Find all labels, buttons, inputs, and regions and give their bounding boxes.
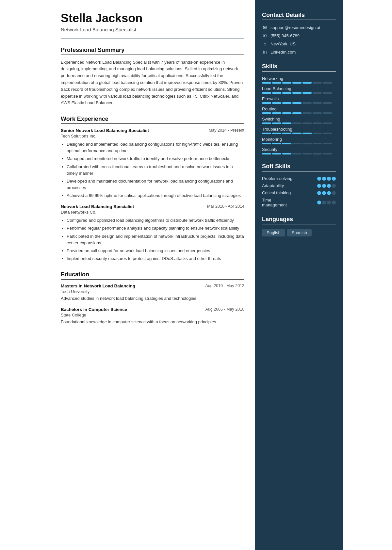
- skill-bar: [262, 122, 336, 124]
- skill-segment-empty: [323, 92, 332, 94]
- skill-segment-empty: [302, 112, 312, 114]
- skill-segment-empty: [292, 122, 302, 124]
- dot-empty: [327, 201, 331, 204]
- dot-filled: [327, 184, 331, 188]
- edu-degree: Bachelors in Computer Science: [61, 307, 127, 312]
- job-title: Network Load Balancing Specialist: [61, 204, 134, 209]
- skills-heading: Skills: [262, 63, 336, 72]
- skill-segment-filled: [282, 102, 291, 104]
- summary-heading: Professional Summary: [61, 47, 244, 55]
- right-column: Contact Details ✉ support@resumedesign.a…: [255, 0, 343, 550]
- skill-segment-empty: [313, 133, 322, 134]
- bullet-item: Designed and implemented load balancing …: [67, 141, 244, 154]
- contact-phone: ✆ (555) 345-6789: [262, 33, 336, 38]
- skill-row: Networking: [262, 76, 336, 84]
- dot-filled: [317, 177, 321, 181]
- bullet-item: Participated in the design and implement…: [67, 233, 244, 246]
- skill-segment-empty: [323, 112, 332, 114]
- bullet-item: Configured and optimized load balancing …: [67, 217, 244, 224]
- languages-heading: Languages: [262, 216, 336, 224]
- skill-bar: [262, 133, 336, 134]
- summary-text: Experienced Network Load Balancing Speci…: [61, 59, 244, 107]
- skill-segment-empty: [313, 82, 322, 84]
- skill-bar: [262, 153, 336, 154]
- edu-header: Masters in Network Load Balancing Aug 20…: [61, 283, 244, 288]
- skill-row: Security: [262, 147, 336, 154]
- skill-segment-empty: [313, 112, 322, 114]
- skill-segment-filled: [282, 112, 291, 114]
- job-date: Mar 2010 - Apr 2014: [207, 204, 244, 209]
- skill-name: Security: [262, 147, 336, 152]
- job-item: Network Load Balancing Specialist Mar 20…: [61, 204, 244, 262]
- skill-segment-empty: [313, 102, 322, 104]
- contact-section: Contact Details ✉ support@resumedesign.a…: [262, 12, 336, 55]
- skill-name: Networking: [262, 76, 336, 81]
- contact-location: ⌂ NewYork, US: [262, 41, 336, 46]
- bullet-item: Collaborated with cross-functional teams…: [67, 164, 244, 177]
- email-value: support@resumedesign.ai: [270, 25, 320, 30]
- skill-segment-filled: [262, 143, 271, 144]
- soft-skill-row: Problem-solving: [262, 176, 336, 181]
- soft-skill-dots: [317, 184, 336, 188]
- skill-segment-filled: [272, 133, 281, 134]
- skill-segment-filled: [262, 112, 271, 114]
- skill-segment-filled: [272, 143, 281, 144]
- soft-skill-row: Adaptability: [262, 183, 336, 188]
- skill-segment-filled: [282, 122, 291, 124]
- edu-date: Aug 2006 - May 2010: [205, 307, 244, 312]
- skill-name: Load Balancing: [262, 86, 336, 91]
- skill-segment-filled: [272, 92, 281, 94]
- edu-item: Bachelors in Computer Science Aug 2006 -…: [61, 307, 244, 325]
- skill-name: Monitoring: [262, 137, 336, 142]
- dot-filled: [327, 191, 331, 195]
- skill-segment-empty: [323, 102, 332, 104]
- edu-desc: Foundational knowledge in computer scien…: [61, 319, 244, 325]
- edu-school: Tech University: [61, 289, 244, 294]
- skill-segment-filled: [292, 133, 302, 134]
- languages-section: Languages EnglishSpanish: [262, 216, 336, 238]
- left-column: Stella Jackson Network Load Balancing Sp…: [49, 0, 255, 550]
- skill-bar: [262, 102, 336, 104]
- soft-skill-dots: [317, 201, 336, 204]
- skill-segment-empty: [302, 102, 312, 104]
- work-heading: Work Experience: [61, 116, 244, 124]
- phone-value: (555) 345-6789: [270, 33, 300, 38]
- skill-segment-filled: [272, 122, 281, 124]
- bullet-item: Achieved a 99.99% uptime for critical ap…: [67, 192, 244, 199]
- job-company: Tech Solutions Inc.: [61, 134, 244, 138]
- skill-segment-empty: [292, 153, 302, 154]
- skill-segment-empty: [302, 143, 312, 144]
- skill-segment-filled: [292, 82, 302, 84]
- job-bullets: Configured and optimized load balancing …: [61, 217, 244, 262]
- skill-segment-empty: [313, 122, 322, 124]
- skill-bar: [262, 82, 336, 84]
- skill-segment-filled: [262, 92, 271, 94]
- skill-segment-filled: [272, 153, 281, 154]
- soft-skill-dots: [317, 191, 336, 195]
- skill-bar: [262, 92, 336, 94]
- edu-school: State College: [61, 313, 244, 317]
- contact-email: ✉ support@resumedesign.ai: [262, 25, 336, 30]
- skill-segment-empty: [292, 143, 302, 144]
- education-section: Education Masters in Network Load Balanc…: [61, 271, 244, 325]
- header-divider: [61, 38, 244, 39]
- skill-segment-filled: [282, 133, 291, 134]
- job-company: Data Networks Co.: [61, 210, 244, 215]
- soft-skills-list: Problem-solvingAdaptabilityCritical thin…: [262, 176, 336, 207]
- job-date: May 2014 - Present: [209, 128, 244, 133]
- soft-skill-row: Time management: [262, 198, 336, 207]
- dot-empty: [332, 191, 336, 195]
- linkedin-icon: in: [262, 49, 268, 55]
- skill-row: Monitoring: [262, 137, 336, 144]
- dot-filled: [327, 177, 331, 181]
- skill-segment-empty: [313, 92, 322, 94]
- education-heading: Education: [61, 271, 244, 280]
- skill-segment-filled: [282, 143, 291, 144]
- skill-segment-empty: [323, 143, 332, 144]
- phone-icon: ✆: [262, 33, 268, 38]
- dot-filled: [332, 177, 336, 181]
- skill-bar: [262, 143, 336, 144]
- soft-skill-row: Critical thinking: [262, 190, 336, 195]
- language-tag: Spanish: [287, 229, 312, 236]
- skill-segment-empty: [323, 153, 332, 154]
